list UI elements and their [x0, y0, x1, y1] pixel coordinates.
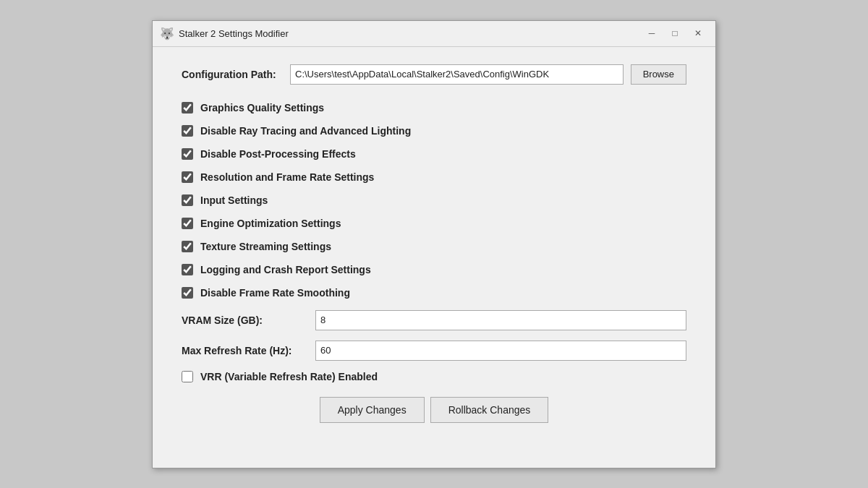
vrr-checkbox-row: VRR (Variable Refresh Rate) Enabled — [182, 371, 686, 382]
checkbox-chk8[interactable] — [182, 264, 193, 275]
checkbox-label-chk8[interactable]: Logging and Crash Report Settings — [200, 264, 371, 275]
close-button[interactable]: ✕ — [688, 25, 708, 41]
vram-field-row: VRAM Size (GB): — [182, 310, 686, 330]
checkbox-label-chk7[interactable]: Texture Streaming Settings — [200, 241, 331, 252]
refresh-rate-field-row: Max Refresh Rate (Hz): — [182, 341, 686, 361]
checkbox-chk4[interactable] — [182, 171, 193, 183]
actions-row: Apply Changes Rollback Changes — [182, 397, 686, 435]
checkbox-label-chk6[interactable]: Engine Optimization Settings — [200, 218, 341, 229]
config-path-row: Configuration Path: Browse — [182, 64, 686, 85]
app-icon: 🐺 — [160, 27, 173, 40]
checkbox-chk7[interactable] — [182, 241, 193, 252]
checkbox-chk1[interactable] — [182, 102, 193, 114]
checkbox-chk2[interactable] — [182, 125, 193, 137]
checkbox-row-5: Input Settings — [182, 194, 686, 206]
config-path-input[interactable] — [290, 64, 624, 85]
apply-changes-button[interactable]: Apply Changes — [320, 397, 425, 423]
window-title: Stalker 2 Settings Modifier — [179, 28, 642, 39]
checkbox-label-chk9[interactable]: Disable Frame Rate Smoothing — [200, 287, 350, 299]
checkbox-row-1: Graphics Quality Settings — [182, 102, 686, 114]
maximize-button[interactable]: □ — [665, 25, 685, 41]
vrr-checkbox[interactable] — [182, 371, 193, 382]
browse-button[interactable]: Browse — [631, 64, 686, 85]
checkboxes-container: Graphics Quality SettingsDisable Ray Tra… — [182, 102, 686, 299]
content-area: Configuration Path: Browse Graphics Qual… — [153, 47, 715, 468]
checkbox-label-chk4[interactable]: Resolution and Frame Rate Settings — [200, 171, 374, 183]
title-bar: 🐺 Stalker 2 Settings Modifier ─ □ ✕ — [153, 21, 715, 47]
refresh-rate-label: Max Refresh Rate (Hz): — [182, 345, 308, 356]
checkbox-label-chk1[interactable]: Graphics Quality Settings — [200, 102, 324, 114]
checkbox-row-3: Disable Post-Processing Effects — [182, 148, 686, 160]
checkbox-row-7: Texture Streaming Settings — [182, 241, 686, 252]
main-window: 🐺 Stalker 2 Settings Modifier ─ □ ✕ Conf… — [152, 20, 716, 468]
rollback-changes-button[interactable]: Rollback Changes — [430, 397, 549, 423]
checkbox-row-2: Disable Ray Tracing and Advanced Lightin… — [182, 125, 686, 137]
window-controls: ─ □ ✕ — [642, 25, 708, 41]
checkbox-label-chk2[interactable]: Disable Ray Tracing and Advanced Lightin… — [200, 125, 411, 137]
vram-input[interactable] — [315, 310, 686, 330]
vrr-label[interactable]: VRR (Variable Refresh Rate) Enabled — [200, 371, 378, 382]
checkbox-row-6: Engine Optimization Settings — [182, 218, 686, 229]
minimize-button[interactable]: ─ — [642, 25, 662, 41]
refresh-rate-input[interactable] — [315, 341, 686, 361]
vram-label: VRAM Size (GB): — [182, 314, 308, 326]
checkbox-label-chk5[interactable]: Input Settings — [200, 194, 268, 206]
checkbox-chk3[interactable] — [182, 148, 193, 160]
checkbox-chk9[interactable] — [182, 287, 193, 299]
checkbox-row-8: Logging and Crash Report Settings — [182, 264, 686, 275]
checkbox-chk6[interactable] — [182, 218, 193, 229]
config-path-label: Configuration Path: — [182, 69, 283, 80]
checkbox-label-chk3[interactable]: Disable Post-Processing Effects — [200, 148, 356, 160]
checkbox-chk5[interactable] — [182, 194, 193, 206]
checkbox-row-9: Disable Frame Rate Smoothing — [182, 287, 686, 299]
checkbox-row-4: Resolution and Frame Rate Settings — [182, 171, 686, 183]
